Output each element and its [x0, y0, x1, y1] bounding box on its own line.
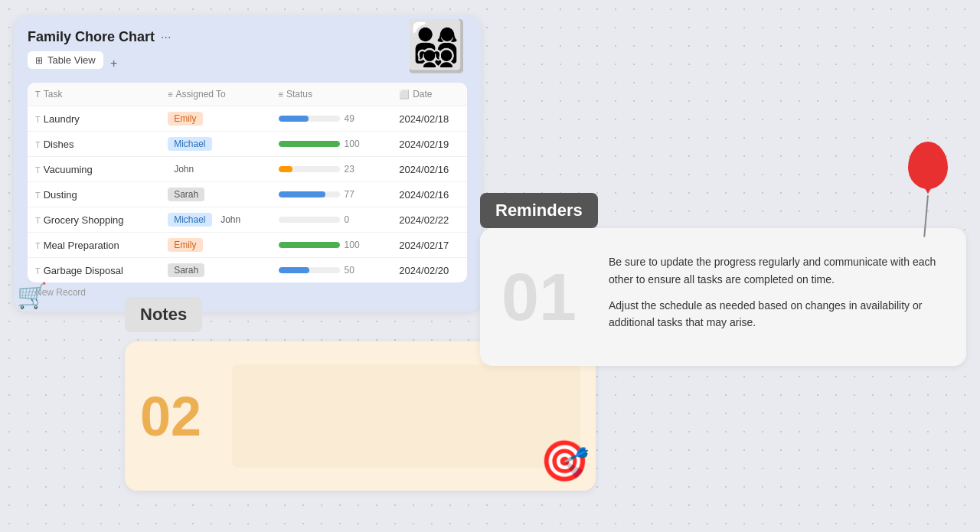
menu-dots[interactable]: ···: [161, 31, 171, 44]
cell-assigned: Sarah: [160, 182, 270, 207]
reminders-text-1: Be sure to update the progress regularly…: [609, 253, 945, 288]
cell-date: 2024/02/16: [391, 182, 467, 207]
table-row: TGrocery ShoppingMichael John 0 2024/02/…: [28, 207, 467, 233]
cell-status: 77: [271, 182, 392, 207]
reminders-card: 01 Be sure to update the progress regula…: [480, 228, 966, 366]
cell-status: 100: [271, 233, 392, 258]
target-icon: 🎯: [540, 438, 590, 485]
table-row: TMeal PreparationEmily 100 2024/02/17: [28, 233, 467, 258]
new-record-row[interactable]: New Record: [28, 282, 467, 302]
card-header: Family Chore Chart ··· ⊞ Table View + 👨‍…: [28, 29, 467, 75]
cell-date: 2024/02/18: [391, 106, 467, 132]
cell-status: 0: [271, 207, 392, 233]
col-header-status: ≡Status: [271, 83, 392, 106]
notes-number: 02: [140, 385, 217, 448]
reminders-label: Reminders: [480, 193, 598, 228]
reminders-number: 01: [501, 263, 593, 331]
chore-chart-card: Family Chore Chart ··· ⊞ Table View + 👨‍…: [14, 15, 481, 312]
notes-label: Notes: [125, 297, 202, 332]
cell-assigned: Sarah: [160, 258, 270, 283]
balloon-string: [923, 195, 929, 237]
col-header-date: ⬜Date: [391, 83, 467, 106]
cell-date: 2024/02/19: [391, 132, 467, 157]
cell-task: TVacuuming: [28, 157, 160, 182]
shopping-cart-icon: 🛒: [17, 281, 47, 310]
title-row: Family Chore Chart ···: [28, 29, 171, 45]
cell-date: 2024/02/16: [391, 157, 467, 182]
reminders-text-2: Adjust the schedule as needed based on c…: [609, 297, 945, 331]
cell-task: TMeal Preparation: [28, 233, 160, 258]
cell-task: TGarbage Disposal: [28, 258, 160, 283]
table-row: TVacuumingJohn 23 2024/02/16: [28, 157, 467, 182]
family-emoji: 👨‍👩‍👧‍👦: [406, 21, 467, 70]
cell-assigned: Michael: [160, 132, 270, 157]
reminders-text-content: Be sure to update the progress regularly…: [609, 253, 945, 341]
balloon-body: [908, 142, 948, 189]
add-tab-button[interactable]: +: [106, 56, 122, 71]
table-row: TDustingSarah 77 2024/02/16: [28, 182, 467, 207]
cell-status: 50: [271, 258, 392, 283]
notes-text-area[interactable]: [232, 364, 580, 468]
card-title: Family Chore Chart: [28, 29, 155, 45]
cell-task: TDusting: [28, 182, 160, 207]
cell-status: 100: [271, 132, 392, 157]
col-header-task: TTask: [28, 83, 160, 106]
cell-date: 2024/02/17: [391, 233, 467, 258]
table-row: TGarbage DisposalSarah 50 2024/02/20: [28, 258, 467, 283]
cell-assigned: Emily: [160, 233, 270, 258]
chore-table: TTask ≡Assigned To ≡Status ⬜Date TLaundr…: [28, 83, 467, 282]
table-icon: ⊞: [35, 55, 43, 66]
table-row: TDishesMichael 100 2024/02/19: [28, 132, 467, 157]
table-row: TLaundryEmily 49 2024/02/18: [28, 106, 467, 132]
cell-assigned: Michael John: [160, 207, 270, 233]
table-view-tab[interactable]: ⊞ Table View: [28, 51, 103, 69]
cell-assigned: Emily: [160, 106, 270, 132]
cell-task: TLaundry: [28, 106, 160, 132]
tab-label: Table View: [47, 54, 96, 66]
cell-status: 23: [271, 157, 392, 182]
balloon-decoration: [908, 142, 948, 237]
cell-date: 2024/02/20: [391, 258, 467, 283]
cell-date: 2024/02/22: [391, 207, 467, 233]
cell-status: 49: [271, 106, 392, 132]
cell-assigned: John: [160, 157, 270, 182]
col-header-assigned: ≡Assigned To: [160, 83, 270, 106]
cell-task: TDishes: [28, 132, 160, 157]
cell-task: TGrocery Shopping: [28, 207, 160, 233]
